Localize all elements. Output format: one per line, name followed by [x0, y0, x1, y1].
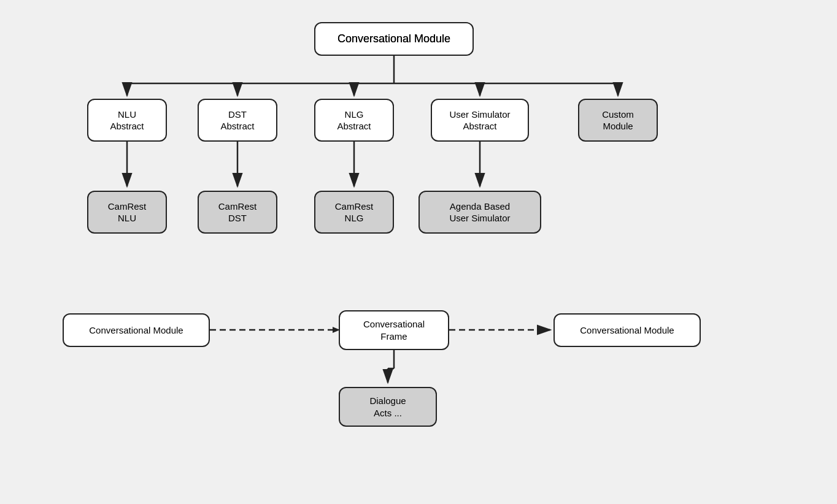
camrest-dst-label: CamRestDST [198, 191, 277, 234]
dialogue-acts-label: DialogueActs ... [339, 387, 437, 427]
nlg-abstract-label: NLGAbstract [314, 99, 394, 142]
camrest-nlg-label: CamRestNLG [314, 191, 394, 234]
conv-module-top-label: Conversational Module [314, 22, 474, 56]
camrest-nlu-label: CamRestNLU [87, 191, 167, 234]
user-sim-abstract-label: User SimulatorAbstract [431, 99, 529, 142]
conv-module-right-label: Conversational Module [554, 313, 701, 347]
agenda-sim-label: Agenda BasedUser Simulator [418, 191, 541, 234]
custom-module-label: CustomModule [578, 99, 658, 142]
diagram-container: Conversational Module [50, 13, 787, 491]
conv-module-left-label: Conversational Module [63, 313, 210, 347]
conv-frame-label: ConversationalFrame [339, 310, 449, 350]
nlu-abstract-label: NLUAbstract [87, 99, 167, 142]
dst-abstract-label: DSTAbstract [198, 99, 277, 142]
